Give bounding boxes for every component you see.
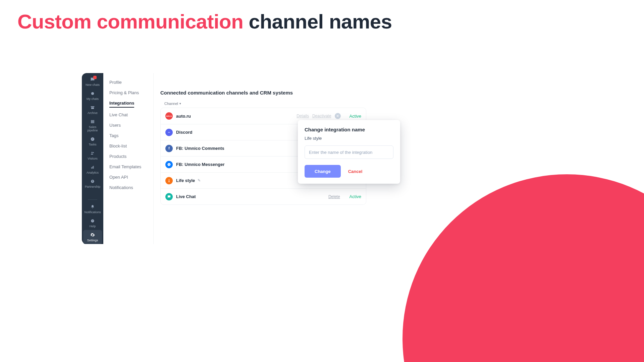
channel-avatar-discord	[165, 129, 173, 136]
rail-label: Notifications	[84, 210, 101, 214]
column-header-label: Channel	[164, 102, 178, 106]
dollar-icon: $	[90, 179, 95, 184]
menu-block-list[interactable]: Block-list	[109, 141, 153, 151]
ghost-disable: Deactivate	[312, 114, 331, 118]
rail-settings[interactable]: Settings	[83, 230, 102, 244]
main-panel: Connected communication channels and CRM…	[154, 73, 367, 244]
rail-tasks[interactable]: Tasks	[82, 134, 103, 148]
menu-users[interactable]: Users	[109, 120, 153, 130]
archive-icon	[90, 105, 95, 110]
rail-my-chats[interactable]: My chats	[82, 88, 103, 103]
rail-label: Sales pipeline	[87, 125, 98, 132]
check-icon	[90, 136, 95, 142]
rail-separator	[88, 199, 97, 200]
status-active: Active	[350, 194, 361, 199]
svg-rect-7	[91, 167, 92, 169]
menu-pricing[interactable]: Pricing & Plans	[109, 87, 153, 98]
rail-label: Tasks	[89, 143, 96, 146]
channel-name: auto.ru	[176, 114, 191, 119]
settings-submenu: Profile Pricing & Plans Integrations Liv…	[103, 73, 154, 244]
channel-row[interactable]: Live Chat Delete Active	[161, 188, 366, 204]
bell-icon	[90, 204, 95, 209]
columns-icon	[90, 119, 95, 124]
menu-email-templates[interactable]: Email Templates	[109, 162, 153, 172]
delete-link[interactable]: Delete	[328, 194, 340, 199]
bars-icon	[90, 165, 95, 170]
question-icon: ?	[90, 218, 95, 224]
change-button[interactable]: Change	[305, 165, 341, 178]
primary-sidebar: New chats My chats Archive Sales pipelin…	[82, 73, 103, 244]
svg-point-5	[92, 152, 93, 153]
channel-avatar-fb: f	[165, 145, 173, 152]
chat-icon	[90, 91, 95, 96]
menu-open-api[interactable]: Open API	[109, 172, 153, 182]
rail-label: Help	[90, 225, 96, 228]
channel-name: Life style	[176, 178, 195, 183]
rail-label: Settings	[87, 239, 98, 242]
svg-text:?: ?	[92, 220, 93, 222]
svg-rect-8	[92, 167, 93, 169]
menu-notifications[interactable]: Notifications	[109, 182, 153, 193]
rail-label: My chats	[87, 97, 99, 101]
channel-name: Live Chat	[176, 194, 196, 199]
menu-live-chat[interactable]: Live Chat	[109, 110, 153, 120]
channel-avatar-auto: auto.ru	[165, 112, 173, 120]
headline-accent: Custom communication	[17, 10, 243, 33]
status-active: Active	[350, 114, 361, 119]
gear-icon	[90, 232, 95, 238]
rail-notifications[interactable]: Notifications	[82, 202, 103, 216]
svg-text:$: $	[92, 180, 93, 182]
svg-rect-1	[91, 120, 92, 123]
rail-analytics[interactable]: Analytics	[82, 162, 103, 176]
svg-rect-9	[93, 166, 94, 169]
new-chats-badge	[93, 76, 97, 79]
svg-rect-3	[93, 120, 94, 123]
svg-point-0	[91, 92, 94, 95]
channel-name: FB: Umnico Comments	[176, 146, 224, 151]
rail-label: Archive	[88, 111, 98, 115]
rail-label: Analytics	[87, 171, 99, 174]
chevron-down-icon: ▾	[179, 102, 181, 105]
rail-new-chats[interactable]: New chats	[82, 74, 103, 88]
channel-name: Discord	[176, 130, 192, 135]
menu-integrations[interactable]: Integrations	[109, 98, 134, 108]
channel-avatar-messenger	[165, 161, 173, 168]
decorative-blob	[402, 174, 644, 362]
integration-name-input[interactable]	[305, 145, 393, 159]
menu-products[interactable]: Products	[109, 151, 153, 162]
rename-integration-modal: Change integration name Life style Chang…	[298, 120, 400, 184]
people-icon	[90, 150, 95, 156]
channel-avatar-ok	[165, 177, 173, 184]
svg-point-14	[169, 179, 170, 180]
rail-help[interactable]: ? Help	[82, 216, 103, 230]
page-headline: Custom communication channel names	[17, 10, 392, 33]
modal-subtitle: Life style	[305, 136, 393, 141]
menu-profile[interactable]: Profile	[109, 77, 153, 87]
svg-rect-2	[92, 120, 93, 123]
rail-label: Visitors	[88, 157, 97, 160]
rail-sales-pipeline[interactable]: Sales pipeline	[82, 117, 103, 134]
menu-tags[interactable]: Tags	[109, 130, 153, 141]
ghost-details: Details	[297, 114, 309, 118]
channel-name: FB: Umnico Messenger	[176, 162, 224, 167]
channel-avatar-livechat	[165, 193, 173, 200]
headline-rest: channel names	[243, 10, 392, 33]
rail-label: Partnership	[85, 185, 100, 188]
cancel-button[interactable]: Cancel	[348, 169, 363, 174]
rail-label: New chats	[86, 83, 100, 86]
rail-visitors[interactable]: Visitors	[82, 148, 103, 162]
rail-archive[interactable]: Archive	[82, 103, 103, 117]
app-frame: New chats My chats Archive Sales pipelin…	[82, 73, 367, 244]
rail-partnership[interactable]: $ Partnership	[82, 176, 103, 190]
close-icon[interactable]: ✕	[335, 113, 341, 119]
svg-point-6	[93, 152, 94, 153]
modal-title: Change integration name	[305, 127, 393, 132]
column-header-channel[interactable]: Channel ▾	[164, 102, 181, 106]
pencil-icon[interactable]: ✎	[198, 178, 201, 183]
main-title: Connected communication channels and CRM…	[160, 90, 367, 96]
